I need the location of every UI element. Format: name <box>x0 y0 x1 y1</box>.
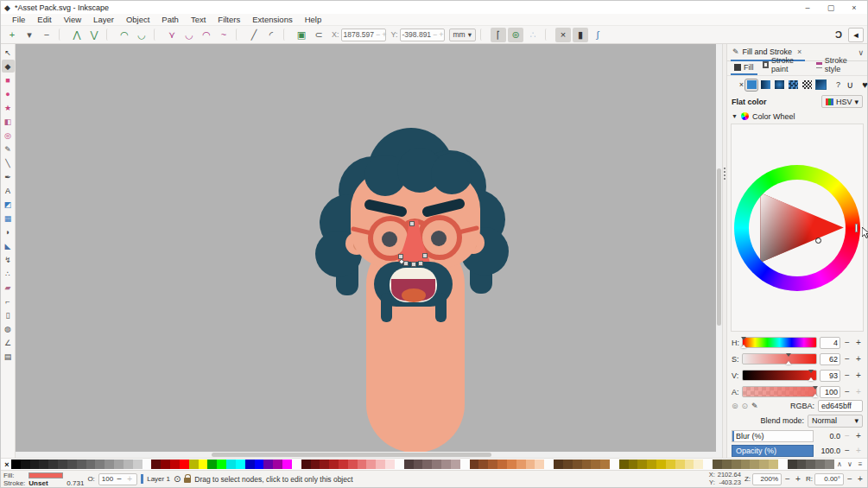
palette-swatch[interactable] <box>497 459 507 469</box>
toolbar-icon[interactable] <box>106 29 112 41</box>
saturation-value[interactable]: 62 <box>820 353 840 365</box>
palette-swatch[interactable] <box>516 459 526 469</box>
palette-swatch[interactable] <box>292 459 301 469</box>
palette-swatch[interactable] <box>282 459 292 469</box>
hue-value[interactable]: 4 <box>820 337 840 349</box>
hue-ring[interactable] <box>734 165 860 291</box>
toolbar-icon[interactable]: + <box>4 28 20 42</box>
blur-value[interactable]: 0.0 <box>816 432 840 440</box>
layer-visibility-eye-icon[interactable]: ⊙ <box>174 474 181 484</box>
toolbar-toggle[interactable]: ▮ <box>573 28 588 42</box>
connector-tool[interactable]: ⌐ <box>2 295 15 307</box>
alpha-value[interactable]: 100 <box>820 386 840 398</box>
paint-pattern-button[interactable] <box>787 79 799 91</box>
canvas-vertical-scrollbar[interactable] <box>716 44 722 458</box>
palette-swatch[interactable] <box>759 459 769 469</box>
blend-mode-dropdown[interactable]: Normal ▾ <box>808 415 863 428</box>
palette-swatch[interactable] <box>395 459 404 469</box>
palette-scroll-down[interactable]: ∨ <box>845 459 855 469</box>
toolbar-icon[interactable]: ◠ <box>117 28 132 42</box>
fill-stroke-indicator[interactable]: Fill: Stroke: Unset 0.731 <box>3 472 84 487</box>
palette-swatch[interactable] <box>797 459 807 469</box>
toolbar-icon[interactable]: ▣ <box>294 28 309 42</box>
palette-scroll-up[interactable]: ∧ <box>834 459 845 469</box>
rotation-widget[interactable]: R: 0.00° − + <box>806 473 865 485</box>
fill-rule-nonzero-button[interactable]: ♥ <box>858 79 868 91</box>
palette-swatch[interactable] <box>86 459 96 469</box>
text-tool[interactable]: A <box>2 184 15 197</box>
node-tool[interactable]: ◆ <box>2 60 15 73</box>
saturation-minus[interactable]: − <box>843 354 852 364</box>
menu-item[interactable]: Extensions <box>246 14 298 25</box>
paint-radial-gradient-button[interactable] <box>773 79 785 91</box>
measure-tool[interactable]: ∠ <box>2 336 15 349</box>
toolbar-toggle[interactable]: ∴ <box>525 28 541 42</box>
opacity-plus[interactable]: + <box>854 446 863 455</box>
paint-bucket-tool[interactable]: ◣ <box>2 239 15 252</box>
palette-swatch[interactable] <box>788 459 797 469</box>
x-plus[interactable]: + <box>382 30 386 39</box>
box-3d-tool[interactable]: ◧ <box>2 115 15 128</box>
blur-minus[interactable]: − <box>843 431 852 440</box>
y-plus[interactable]: + <box>439 30 443 39</box>
palette-swatch[interactable] <box>732 459 741 469</box>
opacity-minus[interactable]: − <box>843 446 852 455</box>
page-tool[interactable]: ▯ <box>2 308 15 321</box>
toolbar-icon[interactable] <box>236 29 242 41</box>
alpha-slider[interactable] <box>742 386 817 397</box>
palette-swatch[interactable] <box>95 459 105 469</box>
toolbar-icon[interactable]: ⋀ <box>69 28 85 42</box>
zoom-widget[interactable]: Z: 200% − + <box>744 473 802 485</box>
menu-item[interactable]: File <box>6 14 31 25</box>
y-coord-field[interactable]: -398.891 − + <box>400 29 445 41</box>
palette-swatch[interactable] <box>358 459 367 469</box>
toolbar-icon[interactable]: ⋎ <box>164 28 180 42</box>
palette-swatch[interactable] <box>778 459 788 469</box>
palette-swatch[interactable] <box>105 459 114 469</box>
palette-swatch[interactable] <box>451 459 460 469</box>
palette-swatch[interactable] <box>404 459 414 469</box>
paint-mesh-button[interactable] <box>814 79 827 91</box>
sv-triangle[interactable] <box>749 180 846 276</box>
palette-swatch[interactable] <box>311 459 320 469</box>
units-dropdown[interactable]: mm ▾ <box>449 29 476 41</box>
palette-swatch[interactable] <box>573 459 582 469</box>
palette-swatch[interactable] <box>629 459 638 469</box>
palette-swatch[interactable] <box>441 459 451 469</box>
x-minus[interactable]: − <box>376 30 380 39</box>
menu-item[interactable]: Text <box>185 14 212 25</box>
palette-swatch[interactable] <box>320 459 329 469</box>
palette-swatch[interactable] <box>236 459 245 469</box>
palette-swatch[interactable] <box>750 459 759 469</box>
sv-marker[interactable] <box>815 238 821 244</box>
ellipse-tool[interactable]: ● <box>2 87 15 100</box>
rectangle-tool[interactable]: ■ <box>2 73 15 86</box>
spiral-tool[interactable]: ◎ <box>2 129 15 142</box>
toolbar-icon[interactable]: ◜ <box>263 28 279 42</box>
palette-swatch[interactable] <box>11 459 21 469</box>
menu-item[interactable]: View <box>58 14 87 25</box>
tab-stroke-style[interactable]: Stroke style <box>813 55 864 75</box>
palette-swatch[interactable] <box>656 459 666 469</box>
palette-swatch[interactable] <box>535 459 544 469</box>
palette-swatch[interactable] <box>488 459 497 469</box>
palette-swatch[interactable] <box>591 459 600 469</box>
palette-none-swatch[interactable]: × <box>3 459 11 469</box>
star-tool[interactable]: ★ <box>2 101 15 114</box>
palette-swatch[interactable] <box>769 459 778 469</box>
paint-unknown-button[interactable]: ? <box>828 79 840 91</box>
object-opacity-widget[interactable]: 100 − + <box>98 473 137 485</box>
palette-swatch[interactable] <box>273 459 282 469</box>
hue-minus[interactable]: − <box>843 338 852 347</box>
palette-swatch[interactable] <box>245 459 255 469</box>
palette-swatch[interactable] <box>301 459 311 469</box>
hue-slider[interactable] <box>742 337 817 348</box>
x-coord-field[interactable]: 1878.597 − + <box>341 29 386 41</box>
menu-item[interactable]: Edit <box>31 14 57 25</box>
paint-flat-button[interactable] <box>745 79 757 91</box>
dropper-icon[interactable]: ✎ <box>751 402 758 410</box>
value-minus[interactable]: − <box>843 371 852 380</box>
palette-swatch[interactable] <box>329 459 339 469</box>
color-wheel[interactable] <box>731 124 864 332</box>
menu-item[interactable]: Object <box>120 14 155 25</box>
